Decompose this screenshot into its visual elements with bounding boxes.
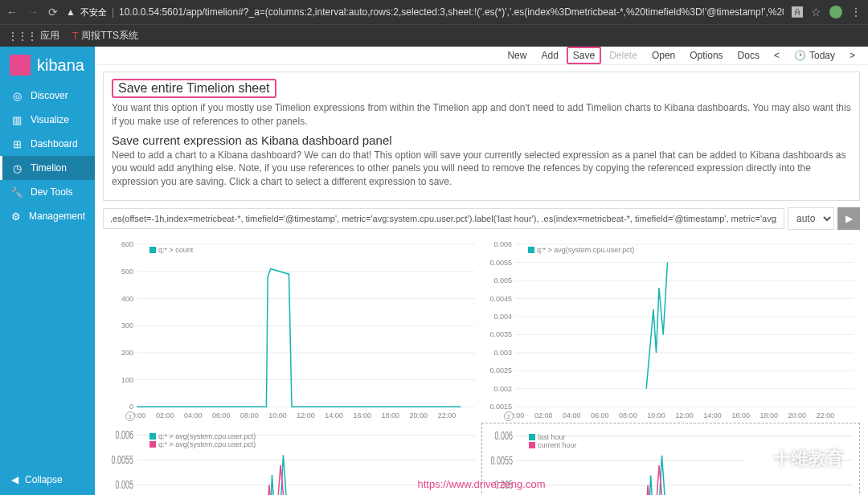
translate-icon[interactable]: 🅰 bbox=[792, 6, 803, 18]
sidebar-item-management[interactable]: ⚙Management bbox=[0, 204, 95, 228]
toolbar-options[interactable]: Options bbox=[683, 47, 729, 64]
bar-chart-icon: ▥ bbox=[11, 114, 23, 125]
sidebar-item-timelion[interactable]: ◷Timelion bbox=[0, 156, 95, 180]
chart-1[interactable]: 010020030040050060000:0002:0004:0006:000… bbox=[103, 236, 481, 423]
watermark-url: https://www.driverzeng.com bbox=[418, 478, 546, 490]
svg-text:0.003: 0.003 bbox=[494, 349, 513, 357]
bookmark-tts[interactable]: T周报TTS系统 bbox=[72, 29, 138, 43]
profile-icon[interactable] bbox=[829, 6, 842, 18]
url-box[interactable]: ▲ 不安全 | 10.0.0.54:5601/app/timelion#?_a=… bbox=[66, 6, 784, 18]
legend-item[interactable]: current hour bbox=[529, 441, 577, 449]
forward-icon[interactable]: → bbox=[27, 6, 39, 18]
toolbar-prev[interactable]: < bbox=[768, 47, 786, 64]
toolbar-save[interactable]: Save bbox=[567, 47, 601, 64]
svg-text:06:00: 06:00 bbox=[591, 411, 609, 419]
kibana-logo[interactable]: kibana bbox=[0, 47, 95, 84]
apps-icon: ⋮⋮⋮ bbox=[8, 31, 37, 42]
svg-text:0.002: 0.002 bbox=[494, 385, 513, 393]
svg-text:0.004: 0.004 bbox=[494, 313, 513, 321]
svg-text:18:00: 18:00 bbox=[381, 411, 399, 419]
svg-text:10:00: 10:00 bbox=[268, 411, 287, 419]
chart-legend: q:* > avg(system.cpu.user.pct) bbox=[528, 246, 634, 254]
legend-swatch bbox=[529, 442, 535, 448]
play-icon: ▶ bbox=[845, 213, 853, 224]
svg-text:08:00: 08:00 bbox=[619, 411, 637, 419]
svg-text:0.0025: 0.0025 bbox=[490, 366, 513, 374]
kibana-sidebar: kibana ◎Discover ▥Visualize ⊞Dashboard ◷… bbox=[0, 47, 95, 495]
collapse-icon: ◀ bbox=[11, 474, 18, 485]
sidebar-item-devtools[interactable]: 🔧Dev Tools bbox=[0, 180, 95, 204]
reload-icon[interactable]: ⟳ bbox=[48, 6, 58, 18]
legend-item[interactable]: q:* > avg(system.cpu.user.pct) bbox=[149, 432, 256, 440]
svg-text:20:00: 20:00 bbox=[788, 411, 807, 419]
svg-text:20:00: 20:00 bbox=[410, 411, 428, 419]
svg-text:0.006: 0.006 bbox=[116, 429, 134, 441]
bookmarks-apps[interactable]: ⋮⋮⋮应用 bbox=[8, 29, 59, 43]
sidebar-item-discover[interactable]: ◎Discover bbox=[0, 84, 95, 108]
svg-text:500: 500 bbox=[121, 268, 133, 276]
svg-text:0.005: 0.005 bbox=[494, 276, 513, 284]
svg-text:0.0045: 0.0045 bbox=[490, 294, 513, 302]
save-panel: Save entire Timelion sheet You want this… bbox=[103, 72, 860, 201]
toolbar-open[interactable]: Open bbox=[645, 47, 682, 64]
legend-item[interactable]: q:* > avg(system.cpu.user.pct) bbox=[149, 440, 256, 448]
chart-legend: q:* > count bbox=[149, 246, 193, 254]
sidebar-collapse[interactable]: ◀Collapse bbox=[0, 464, 95, 495]
play-button[interactable]: ▶ bbox=[837, 207, 860, 230]
save-sheet-desc: You want this option if you mostly use T… bbox=[112, 101, 851, 129]
svg-text:400: 400 bbox=[121, 294, 133, 302]
save-sheet-title[interactable]: Save entire Timelion sheet bbox=[112, 79, 276, 98]
toolbar-add[interactable]: Add bbox=[534, 47, 564, 64]
menu-icon[interactable]: ⋮ bbox=[850, 6, 862, 18]
insecure-icon: ▲ bbox=[66, 6, 76, 18]
clock-icon: 🕑 bbox=[794, 50, 806, 61]
legend-item[interactable]: q:* > avg(system.cpu.user.pct) bbox=[528, 246, 634, 254]
toolbar-next[interactable]: > bbox=[843, 47, 862, 64]
back-icon[interactable]: ← bbox=[6, 6, 18, 18]
wechat-icon bbox=[744, 448, 768, 469]
svg-text:0.006: 0.006 bbox=[494, 429, 512, 441]
grid-icon: ⊞ bbox=[11, 138, 23, 149]
legend-swatch bbox=[529, 434, 535, 440]
star-icon[interactable]: ☆ bbox=[811, 6, 821, 18]
browser-address-bar: ← → ⟳ ▲ 不安全 | 10.0.0.54:5601/app/timelio… bbox=[0, 0, 868, 24]
svg-text:0.0055: 0.0055 bbox=[490, 454, 512, 466]
toolbar-timerange[interactable]: 🕑Today bbox=[788, 47, 841, 64]
legend-swatch bbox=[149, 247, 156, 253]
svg-text:0.0015: 0.0015 bbox=[490, 403, 513, 411]
svg-text:08:00: 08:00 bbox=[240, 411, 259, 419]
svg-text:02:00: 02:00 bbox=[156, 411, 174, 419]
timelion-toolbar: New Add Save Delete Open Options Docs < … bbox=[95, 47, 868, 65]
chart-2[interactable]: 0.00150.0020.00250.0030.00350.0040.00450… bbox=[481, 236, 860, 423]
expression-input[interactable] bbox=[103, 208, 784, 229]
svg-text:0.0035: 0.0035 bbox=[490, 330, 513, 338]
sidebar-item-dashboard[interactable]: ⊞Dashboard bbox=[0, 132, 95, 156]
svg-text:0.0055: 0.0055 bbox=[112, 454, 134, 466]
legend-item[interactable]: q:* > count bbox=[149, 246, 193, 254]
svg-text:22:00: 22:00 bbox=[817, 411, 835, 419]
svg-text:600: 600 bbox=[121, 240, 133, 248]
save-expr-title[interactable]: Save current expression as Kibana dashbo… bbox=[112, 133, 851, 147]
chart-legend: last hourcurrent hour bbox=[529, 433, 577, 449]
legend-swatch bbox=[149, 441, 156, 448]
svg-text:300: 300 bbox=[121, 321, 133, 329]
svg-text:12:00: 12:00 bbox=[675, 411, 694, 419]
svg-text:22:00: 22:00 bbox=[438, 411, 457, 419]
url-text: 10.0.0.54:5601/app/timelion#?_a=(columns… bbox=[119, 6, 784, 18]
legend-item[interactable]: last hour bbox=[529, 433, 577, 441]
toolbar-new[interactable]: New bbox=[501, 47, 533, 64]
toolbar-docs[interactable]: Docs bbox=[731, 47, 766, 64]
toolbar-delete[interactable]: Delete bbox=[603, 47, 644, 64]
interval-select[interactable]: auto bbox=[788, 207, 834, 230]
svg-text:14:00: 14:00 bbox=[703, 411, 722, 419]
svg-text:06:00: 06:00 bbox=[212, 411, 231, 419]
svg-text:18:00: 18:00 bbox=[760, 411, 778, 419]
svg-text:100: 100 bbox=[121, 376, 133, 384]
sidebar-item-visualize[interactable]: ▥Visualize bbox=[0, 108, 95, 132]
svg-text:0.0055: 0.0055 bbox=[490, 259, 513, 267]
clock-icon: ◷ bbox=[11, 162, 23, 174]
svg-text:0: 0 bbox=[129, 403, 133, 411]
gear-icon: ⚙ bbox=[11, 211, 21, 222]
svg-text:200: 200 bbox=[121, 349, 133, 357]
bookmarks-bar: ⋮⋮⋮应用 T周报TTS系统 bbox=[0, 24, 868, 47]
